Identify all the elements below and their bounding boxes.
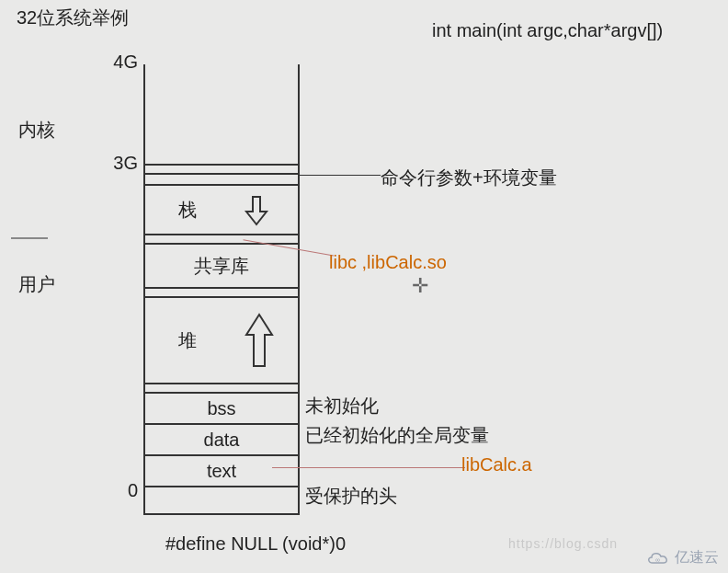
crosshair-icon: ✛: [412, 274, 428, 298]
gap-thin-3: [143, 384, 300, 394]
annot-bss: 未初始化: [305, 394, 379, 418]
main-signature: int main(int argc,char*argv[]): [432, 20, 663, 41]
stack-down-arrow-icon: [243, 195, 270, 226]
tick-0: 0: [128, 480, 138, 501]
segment-args: [143, 175, 300, 186]
define-null: #define NULL (void*)0: [165, 533, 346, 555]
segment-text: text: [143, 456, 300, 487]
segment-args-thin: [143, 166, 300, 175]
watermark-blog: https://blog.csdn: [508, 536, 618, 551]
label-kernel: 内核: [18, 118, 55, 143]
annot-args-env: 命令行参数+环境变量: [381, 166, 557, 190]
segment-data: data: [143, 425, 300, 456]
segment-stack: 栈: [143, 186, 300, 235]
segment-text-label: text: [207, 461, 236, 482]
connector-args: [300, 175, 381, 176]
tick-3g: 3G: [113, 153, 138, 174]
segment-heap-label: 堆: [178, 328, 197, 353]
diagram-title: 32位系统举例: [17, 6, 129, 30]
segment-protected: [143, 487, 300, 515]
gap-thin-1: [143, 235, 300, 245]
annot-text-lib: libCalc.a: [461, 454, 532, 476]
gap-thin-2: [143, 289, 300, 298]
segment-bss-label: bss: [207, 398, 235, 419]
svg-text:∞: ∞: [655, 556, 660, 563]
label-user: 用户: [18, 272, 55, 297]
segment-stack-label: 栈: [178, 198, 197, 223]
segment-bss: bss: [143, 394, 300, 425]
connector-text: [272, 467, 465, 468]
segment-kernel: [143, 64, 300, 166]
divider-dash: [11, 237, 48, 239]
tick-4g: 4G: [113, 52, 138, 73]
segment-heap: 堆: [143, 298, 300, 384]
segment-data-label: data: [204, 430, 240, 451]
heap-up-arrow-icon: [241, 311, 278, 372]
watermark-brand-text: 亿速云: [675, 548, 719, 567]
annot-protected: 受保护的头: [305, 484, 397, 509]
annot-data: 已经初始化的全局变量: [305, 423, 489, 448]
memory-column: 4G 3G 0 栈 共享库 堆 bss data text: [143, 64, 300, 515]
annot-libc: libc ,libCalc.so: [329, 252, 447, 273]
watermark-brand: ∞ 亿速云: [645, 548, 719, 567]
cloud-icon: ∞: [645, 550, 671, 567]
